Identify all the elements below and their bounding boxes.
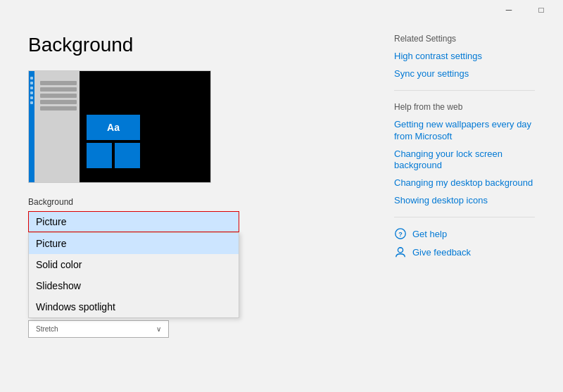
preview-blue-bar (29, 71, 34, 182)
get-help-icon: ? (394, 227, 407, 240)
blue-bar-line (30, 96, 33, 99)
taskbar-line (40, 87, 77, 91)
page-title: Background (28, 34, 366, 56)
fit-dropdown-value: Stretch (36, 325, 58, 333)
preview-tile-small-2 (115, 143, 140, 168)
preview-left-panel (29, 71, 80, 182)
new-wallpapers-link[interactable]: Getting new wallpapers every day from Mi… (394, 119, 535, 143)
help-from-web-title: Help from the web (394, 102, 535, 112)
blue-bar-line (30, 101, 33, 104)
give-feedback-label: Give feedback (412, 247, 471, 258)
related-settings-title: Related Settings (394, 34, 535, 44)
main-layout: Background (0, 20, 563, 392)
minimize-button[interactable]: ─ (493, 0, 525, 20)
give-feedback-action[interactable]: Give feedback (394, 246, 535, 258)
sidebar-divider-2 (394, 217, 535, 217)
background-preview: Aa (28, 70, 211, 183)
dropdown-selected-text: Picture (36, 216, 67, 227)
taskbar-line (40, 100, 77, 104)
preview-tiles: Aa (87, 115, 140, 168)
get-help-label: Get help (412, 229, 447, 239)
get-help-action[interactable]: ? Get help (394, 227, 535, 240)
preview-tile-large: Aa (87, 115, 140, 140)
taskbar-line (40, 94, 77, 98)
desktop-icons-link[interactable]: Showing desktop icons (394, 195, 535, 207)
lock-screen-link[interactable]: Changing your lock screen background (394, 148, 535, 172)
dropdown-option-slideshow[interactable]: Slideshow (29, 275, 239, 296)
dropdown-option-picture[interactable]: Picture (29, 233, 239, 254)
background-dropdown-label: Background (28, 197, 366, 207)
svg-point-2 (398, 248, 403, 253)
title-bar: ─ □ (0, 0, 563, 20)
high-contrast-link[interactable]: High contrast settings (394, 51, 535, 63)
preview-right-panel: Aa (80, 71, 210, 182)
sync-settings-link[interactable]: Sync your settings (394, 68, 535, 80)
blue-bar-line (30, 91, 33, 94)
desktop-background-link[interactable]: Changing my desktop background (394, 177, 535, 189)
fit-dropdown-chevron: ∨ (156, 325, 161, 333)
blue-bar-line (30, 82, 33, 84)
give-feedback-icon (394, 246, 407, 258)
right-sidebar: Related Settings High contrast settings … (394, 20, 535, 392)
fit-dropdown[interactable]: Stretch ∨ (28, 320, 169, 338)
sidebar-divider-1 (394, 90, 535, 91)
dropdown-option-spotlight[interactable]: Windows spotlight (29, 296, 239, 317)
blue-bar-line (30, 77, 33, 80)
maximize-button[interactable]: □ (525, 0, 557, 20)
taskbar-line (40, 106, 77, 110)
preview-tile-small-1 (87, 143, 112, 168)
taskbar-line (40, 81, 77, 85)
blue-bar-line (30, 87, 33, 89)
content-area: Background (28, 20, 394, 392)
background-dropdown-selected[interactable]: Picture (28, 211, 239, 232)
background-dropdown-container: Picture Picture Solid color Slideshow Wi… (28, 211, 239, 232)
background-dropdown-menu: Picture Solid color Slideshow Windows sp… (28, 232, 239, 318)
dropdown-option-solid[interactable]: Solid color (29, 254, 239, 275)
svg-text:?: ? (398, 231, 403, 238)
